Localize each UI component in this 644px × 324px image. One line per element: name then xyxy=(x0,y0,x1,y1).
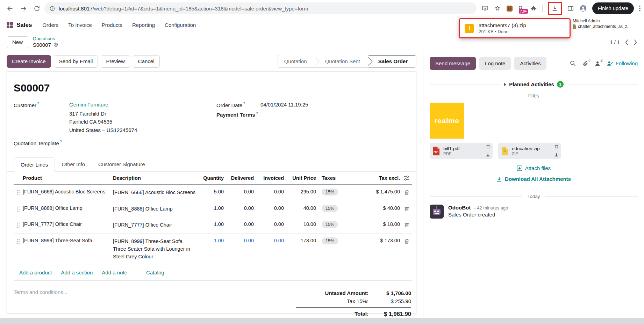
cell-invoiced[interactable]: 0.00 xyxy=(255,185,285,199)
browser-menu-kebab-icon[interactable] xyxy=(639,5,641,12)
drag-handle-icon[interactable] xyxy=(14,217,23,232)
menu-configuration[interactable]: Configuration xyxy=(165,22,196,28)
col-description[interactable]: Description xyxy=(113,172,199,184)
following-button[interactable]: Following xyxy=(607,60,638,66)
delete-row-icon[interactable] xyxy=(401,201,412,216)
downloads-icon[interactable] xyxy=(551,5,559,12)
planned-activities-toggle[interactable]: Planned Activities 1 xyxy=(504,81,564,88)
help-marker[interactable]: ? xyxy=(256,111,258,115)
tax-badge[interactable]: 15% xyxy=(322,237,338,244)
cell-invoiced[interactable]: 0.00 xyxy=(255,201,285,215)
attachments-icon[interactable]: 3 xyxy=(582,60,588,66)
cell-product[interactable]: [FURN_8999] Three-Seat Sofa xyxy=(23,234,113,248)
install-app-icon[interactable] xyxy=(481,5,489,12)
col-subtotal[interactable]: Tax excl. xyxy=(354,172,401,184)
help-marker[interactable]: ? xyxy=(37,102,39,106)
apps-menu-icon[interactable] xyxy=(7,22,13,28)
followers-icon[interactable]: 2 xyxy=(595,61,600,66)
menu-orders[interactable]: Orders xyxy=(42,22,58,28)
add-note-link[interactable]: Add a note xyxy=(102,270,127,275)
cancel-button[interactable]: Cancel xyxy=(133,55,160,68)
add-product-link[interactable]: Add a product xyxy=(19,270,52,275)
cell-unit-price[interactable]: 18.00 xyxy=(285,217,317,231)
help-marker[interactable]: ? xyxy=(60,140,62,144)
menu-to-invoice[interactable]: To Invoice xyxy=(68,22,92,28)
extensions-puzzle-icon[interactable] xyxy=(530,5,537,12)
status-quotation[interactable]: Quotation xyxy=(278,55,315,67)
tab-order-lines[interactable]: Order Lines xyxy=(14,157,55,172)
send-message-button[interactable]: Send message xyxy=(430,57,476,70)
breadcrumb-parent[interactable]: Quotations xyxy=(33,36,58,42)
delete-attachment-icon[interactable] xyxy=(486,144,490,149)
cell-description[interactable]: [FURN_8999] Three-Seat Sofa Three Seater… xyxy=(113,234,199,265)
col-product[interactable]: Product xyxy=(23,172,113,184)
user-name[interactable]: Mitchell Admin xyxy=(573,19,643,23)
status-quotation-sent[interactable]: Quotation Sent xyxy=(315,55,368,67)
col-taxes[interactable]: Taxes xyxy=(317,172,354,184)
order-line-row[interactable]: [FURN_8888] Office Lamp [FURN_8888] Offi… xyxy=(14,201,412,218)
side-panel-icon[interactable] xyxy=(567,5,574,12)
cell-quantity[interactable]: 1.00 xyxy=(199,217,225,231)
cell-product[interactable]: [FURN_6666] Acoustic Bloc Screens xyxy=(23,185,113,199)
cell-description[interactable]: [FURN_7777] Office Chair xyxy=(113,217,199,233)
tab-other-info[interactable]: Other Info xyxy=(55,157,92,171)
cell-unit-price[interactable]: 40.00 xyxy=(285,201,317,215)
download-item[interactable]: attachments7 (3).zip 201 KB • Done xyxy=(479,22,526,34)
order-line-row[interactable]: [FURN_6666] Acoustic Bloc Screens [FURN_… xyxy=(14,185,412,201)
status-sales-order[interactable]: Sales Order xyxy=(368,55,416,67)
customer-link[interactable]: Gemini Furniture xyxy=(69,102,108,108)
pager-previous-icon[interactable] xyxy=(625,39,629,45)
col-delivered[interactable]: Delivered xyxy=(225,172,255,184)
attachment-card[interactable]: education.zip ZIP xyxy=(498,143,561,159)
drag-handle-icon[interactable] xyxy=(14,234,23,249)
address-bar[interactable]: localhost:8017/web?debug=1#id=7&cids=1&m… xyxy=(44,2,477,14)
download-attachment-icon[interactable] xyxy=(486,153,490,157)
tax-badge[interactable]: 15% xyxy=(322,189,338,196)
back-icon[interactable] xyxy=(6,5,14,12)
image-attachment-thumbnail[interactable]: realme xyxy=(430,103,464,139)
col-quantity[interactable]: Quantity xyxy=(199,172,225,184)
activities-button[interactable]: Activities xyxy=(514,57,546,70)
new-button[interactable]: New xyxy=(7,36,28,48)
delete-row-icon[interactable] xyxy=(401,185,412,199)
cell-unit-price[interactable]: 173.00 xyxy=(285,234,317,248)
cell-invoiced[interactable]: 0.00 xyxy=(255,234,285,248)
app-name[interactable]: Sales xyxy=(16,22,32,29)
cell-invoiced[interactable]: 0.00 xyxy=(255,217,285,231)
bookmark-star-icon[interactable] xyxy=(494,5,501,12)
extension-monkey-icon[interactable] xyxy=(506,5,513,12)
log-note-button[interactable]: Log note xyxy=(479,57,511,70)
forward-icon[interactable] xyxy=(20,5,27,12)
cell-unit-price[interactable]: 295.00 xyxy=(285,185,317,199)
tax-badge[interactable]: 15% xyxy=(322,205,338,212)
delete-attachment-icon[interactable] xyxy=(554,144,559,149)
create-invoice-button[interactable]: Create Invoice xyxy=(7,55,51,68)
terms-placeholder[interactable]: Terms and conditions... xyxy=(14,289,67,318)
menu-reporting[interactable]: Reporting xyxy=(132,22,155,28)
delete-row-icon[interactable] xyxy=(401,234,412,248)
drag-handle-icon[interactable] xyxy=(14,185,23,200)
delete-row-icon[interactable] xyxy=(401,217,412,232)
cell-quantity[interactable]: 1.00 xyxy=(199,234,225,248)
cell-delivered[interactable]: 0.00 xyxy=(225,201,255,215)
cell-quantity[interactable]: 5.00 xyxy=(199,185,225,199)
col-unit-price[interactable]: Unit Price xyxy=(285,172,317,184)
cell-product[interactable]: [FURN_8888] Office Lamp xyxy=(23,201,113,215)
send-by-email-button[interactable]: Send by Email xyxy=(54,55,98,68)
profile-avatar[interactable] xyxy=(579,5,587,12)
reload-icon[interactable] xyxy=(34,5,40,12)
tab-customer-signature[interactable]: Customer Signature xyxy=(92,157,151,171)
download-all-attachments-button[interactable]: Download All Attachments xyxy=(430,176,638,182)
cell-description[interactable]: [FURN_6666] Acoustic Bloc Screens xyxy=(113,185,199,201)
cell-delivered[interactable]: 0.00 xyxy=(225,234,255,248)
message-author[interactable]: OdooBot xyxy=(448,205,471,211)
cell-description[interactable]: [FURN_8888] Office Lamp xyxy=(113,201,199,217)
add-section-link[interactable]: Add a section xyxy=(61,270,93,275)
help-marker[interactable]: ? xyxy=(243,102,245,106)
download-attachment-icon[interactable] xyxy=(554,153,559,157)
catalog-link[interactable]: Catalog xyxy=(146,270,164,275)
attachment-card[interactable]: PDF bill1.pdf PDF xyxy=(430,143,493,159)
cell-delivered[interactable]: 0.00 xyxy=(225,217,255,231)
drag-handle-icon[interactable] xyxy=(14,201,23,216)
search-messages-icon[interactable] xyxy=(570,60,576,66)
